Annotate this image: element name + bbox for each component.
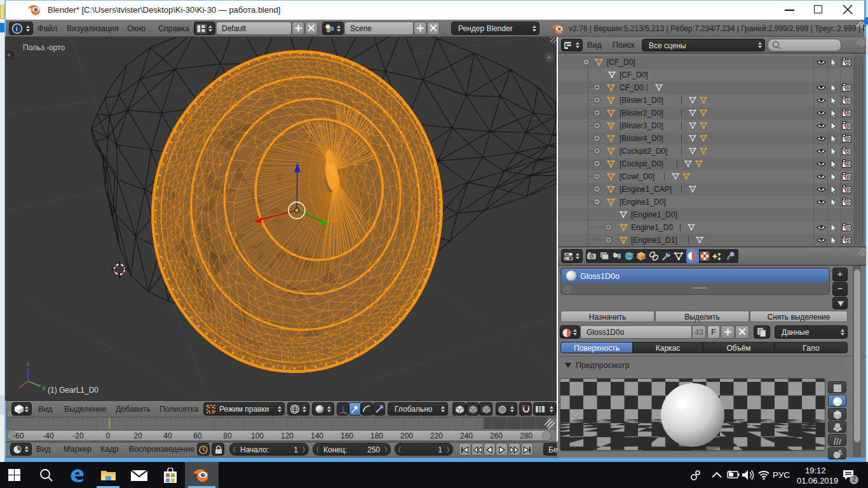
svg-text:Польз.-орто: Польз.-орто — [23, 43, 65, 52]
svg-text:z: z — [27, 361, 30, 367]
svg-text:i: i — [16, 25, 17, 32]
svg-text:(1) GearL1_D0: (1) GearL1_D0 — [48, 386, 98, 395]
svg-text:+: + — [547, 54, 551, 61]
svg-text:y: y — [43, 384, 46, 391]
svg-text:+: + — [7, 51, 11, 58]
